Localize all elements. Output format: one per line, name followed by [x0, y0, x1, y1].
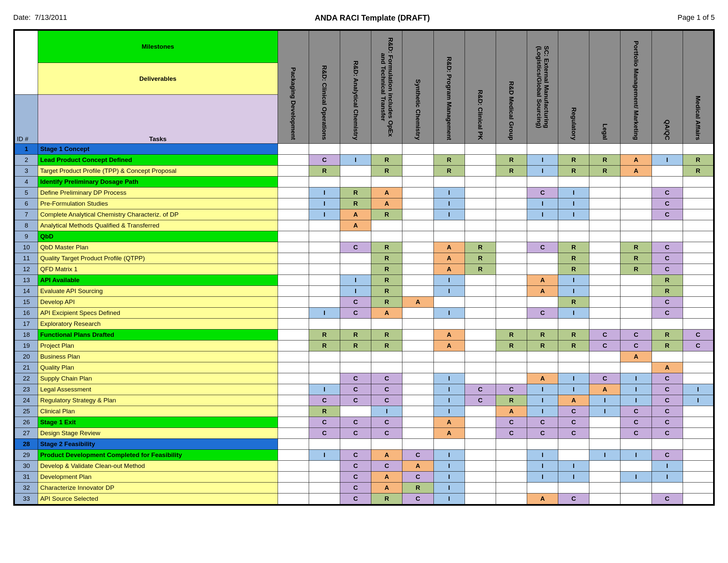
row-task: Evaluate API Sourcing — [38, 286, 278, 297]
raci-cell: R — [620, 253, 652, 264]
raci-cell — [496, 220, 527, 231]
raci-cell: C — [340, 472, 371, 483]
raci-cell: A — [371, 450, 402, 461]
raci-cell: I — [558, 461, 589, 472]
raci-cell: R — [340, 187, 371, 198]
raci-cell: I — [527, 472, 558, 483]
raci-cell — [278, 406, 309, 417]
raci-cell: I — [433, 198, 465, 209]
raci-cell — [527, 253, 558, 264]
raci-cell — [433, 319, 465, 330]
raci-cell: C — [340, 384, 371, 395]
raci-cell — [433, 439, 465, 450]
row-id: 7 — [14, 209, 38, 220]
raci-cell: I — [620, 373, 652, 384]
raci-cell — [558, 439, 589, 450]
table-row: 19Project PlanRRRARRRCCRC — [14, 341, 714, 352]
raci-cell — [465, 450, 496, 461]
raci-cell: R — [589, 165, 620, 176]
raci-cell: R — [496, 155, 527, 165]
raci-cell — [620, 461, 652, 472]
role-header: R&D: Clinical Operations — [309, 30, 340, 144]
table-row: 7Complete Analytical Chemistry Character… — [14, 209, 714, 220]
raci-cell: C — [652, 384, 683, 395]
raci-cell: I — [652, 461, 683, 472]
raci-cell — [402, 330, 433, 341]
raci-cell — [278, 144, 309, 155]
raci-cell: R — [371, 264, 402, 275]
row-id: 30 — [14, 461, 38, 472]
raci-cell — [589, 308, 620, 319]
row-task: API Available — [38, 275, 278, 286]
raci-cell — [278, 461, 309, 472]
raci-cell — [496, 144, 527, 155]
raci-cell: I — [309, 384, 340, 395]
table-row: 1Stage 1 Concept — [14, 144, 714, 155]
raci-cell: R — [371, 297, 402, 308]
raci-cell: I — [589, 406, 620, 417]
header-id: ID # — [14, 95, 38, 144]
row-id: 10 — [14, 242, 38, 253]
row-task: Regulatory Strategy & Plan — [38, 395, 278, 406]
raci-cell: C — [309, 417, 340, 428]
raci-cell: A — [589, 384, 620, 395]
raci-cell — [589, 362, 620, 373]
raci-cell — [309, 461, 340, 472]
raci-cell: C — [340, 395, 371, 406]
role-header: QA/QC — [652, 30, 683, 144]
table-row: 12QFD Matrix 1RARRRC — [14, 264, 714, 275]
raci-cell: I — [433, 406, 465, 417]
raci-cell: C — [527, 428, 558, 439]
raci-cell — [652, 231, 683, 242]
table-row: 6Pre-Formulation StudiesIRAIIIC — [14, 198, 714, 209]
raci-cell: I — [433, 472, 465, 483]
raci-cell: I — [433, 450, 465, 461]
raci-cell — [278, 483, 309, 493]
raci-cell — [589, 264, 620, 275]
row-task: Target Product Profile (TPP) & Concept P… — [38, 165, 278, 176]
raci-cell — [278, 253, 309, 264]
raci-cell — [465, 155, 496, 165]
raci-cell — [309, 220, 340, 231]
raci-cell — [340, 165, 371, 176]
table-row: 3Target Product Profile (TPP) & Concept … — [14, 165, 714, 176]
row-task: Development Plan — [38, 472, 278, 483]
table-row: 29Product Development Completed for Feas… — [14, 450, 714, 461]
raci-cell — [589, 319, 620, 330]
raci-cell — [683, 297, 714, 308]
raci-cell — [278, 209, 309, 220]
raci-cell: R — [558, 242, 589, 253]
raci-cell — [309, 483, 340, 493]
raci-cell — [402, 352, 433, 362]
raci-cell — [465, 308, 496, 319]
row-task: Supply Chain Plan — [38, 373, 278, 384]
row-id: 17 — [14, 319, 38, 330]
raci-cell — [558, 220, 589, 231]
raci-table: MilestonesPackaging DevelopmentR&D: Clin… — [13, 29, 715, 506]
raci-cell: R — [371, 155, 402, 165]
raci-cell — [620, 439, 652, 450]
row-task: API Source Selected — [38, 493, 278, 505]
raci-cell: I — [558, 308, 589, 319]
row-task: Stage 1 Concept — [38, 144, 278, 155]
raci-cell — [589, 220, 620, 231]
raci-cell: C — [527, 308, 558, 319]
raci-cell — [620, 209, 652, 220]
raci-cell — [589, 461, 620, 472]
table-row: 31Development PlanCACIIIII — [14, 472, 714, 483]
raci-cell: C — [558, 493, 589, 505]
row-task: Identify Preliminary Dosage Path — [38, 176, 278, 187]
raci-cell — [402, 155, 433, 165]
raci-cell — [683, 209, 714, 220]
raci-cell: I — [652, 155, 683, 165]
raci-cell: A — [433, 264, 465, 275]
raci-cell — [652, 220, 683, 231]
row-id: 24 — [14, 395, 38, 406]
raci-cell — [402, 395, 433, 406]
raci-cell — [433, 352, 465, 362]
raci-cell: C — [496, 428, 527, 439]
raci-cell: R — [371, 275, 402, 286]
raci-cell: C — [371, 417, 402, 428]
raci-cell — [278, 319, 309, 330]
role-header: R&D: Clinical PK — [465, 30, 496, 144]
